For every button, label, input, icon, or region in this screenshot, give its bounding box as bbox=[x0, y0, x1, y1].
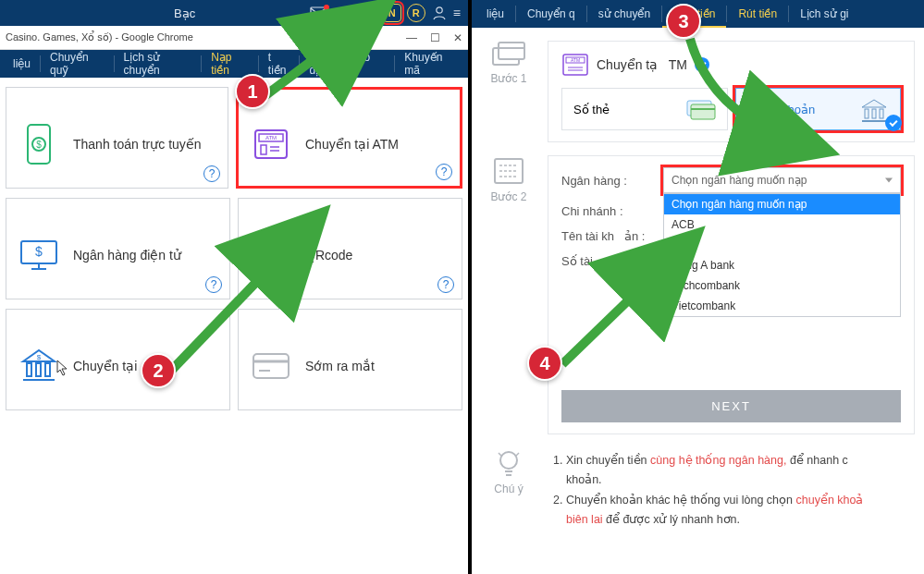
mail-icon[interactable] bbox=[310, 6, 326, 19]
nav-r-6[interactable]: Lịch sử gi bbox=[789, 6, 859, 22]
next-button[interactable]: NEXT bbox=[561, 390, 901, 422]
acct-name-label: Tên tài kh ản : bbox=[561, 229, 654, 243]
cards-stack-icon bbox=[491, 41, 526, 68]
nav-r-3[interactable]: sử chuyển bbox=[587, 6, 662, 22]
svg-rect-41 bbox=[880, 109, 883, 118]
svg-point-47 bbox=[500, 452, 517, 469]
nav-r-2[interactable]: Chuyển q bbox=[516, 6, 587, 22]
phone-dollar-icon: $ bbox=[18, 123, 60, 165]
circle-c[interactable]: C bbox=[359, 4, 377, 22]
help-icon[interactable]: ? bbox=[437, 276, 454, 293]
option-bidv[interactable]: BIDV bbox=[664, 235, 900, 255]
user-icon[interactable] bbox=[431, 5, 448, 21]
nav-item-6[interactable]: Lịch sử giao dịch bbox=[300, 55, 395, 72]
card-gray-icon bbox=[250, 345, 292, 387]
svg-rect-37 bbox=[691, 104, 715, 119]
card-qrcode[interactable]: QRcode ? bbox=[238, 198, 462, 299]
tab-account-number[interactable]: Số tài khoản bbox=[735, 88, 902, 130]
step-2: Bước 2 Ngân hàng : Chọn ngân hàng muốn n… bbox=[481, 155, 915, 434]
option-acb[interactable]: ACB bbox=[664, 214, 900, 235]
tier-label: Bạc bbox=[174, 6, 195, 20]
window-controls: — ☐ ✕ bbox=[406, 31, 462, 44]
notes-label: Chú ý bbox=[494, 482, 523, 495]
topbar-left: Bạc 0 ▼ C N R ≡ bbox=[0, 0, 468, 26]
step2-body: Ngân hàng : Chọn ngân hàng muốn nạp Chọn… bbox=[548, 155, 915, 434]
notif-count: 0 bbox=[332, 6, 339, 19]
bank-select[interactable]: Chọn ngân hàng muốn nạp bbox=[663, 167, 901, 193]
svg-text:$: $ bbox=[35, 244, 43, 259]
svg-text:ATM: ATM bbox=[571, 57, 580, 63]
circle-r[interactable]: R bbox=[407, 4, 425, 22]
svg-rect-20 bbox=[27, 363, 31, 376]
tab-card-number[interactable]: Số thẻ bbox=[561, 88, 728, 130]
svg-line-51 bbox=[516, 453, 519, 456]
help-icon[interactable]: ? bbox=[205, 276, 222, 293]
row-bank: Ngân hàng : Chọn ngân hàng muốn nạp Chọn… bbox=[561, 167, 901, 193]
maximize-icon[interactable]: ☐ bbox=[430, 31, 440, 44]
menu-icon[interactable]: ≡ bbox=[453, 6, 461, 20]
card-online-payment[interactable]: $ Thanh toán trực tuyến ? bbox=[6, 87, 228, 189]
chevron-down-icon[interactable]: ▼ bbox=[344, 8, 353, 18]
nav-item-7[interactable]: Khuyến mã bbox=[395, 55, 464, 72]
selected-check-icon bbox=[695, 57, 709, 72]
card-label: QRcode bbox=[305, 248, 352, 263]
option-donga[interactable]: Dong A bank bbox=[664, 255, 900, 275]
help-icon[interactable]: ? bbox=[203, 165, 220, 182]
tab-account-label: Số tài khoản bbox=[747, 103, 816, 116]
method-tabs: Số thẻ Số tài khoản bbox=[561, 88, 901, 130]
nav-item-1[interactable]: liệu bbox=[4, 55, 41, 72]
nav-item-2[interactable]: Chuyển quỹ bbox=[41, 55, 115, 72]
svg-rect-22 bbox=[45, 363, 50, 376]
card-atm-transfer[interactable]: ATM Chuyển tại ATM ? bbox=[236, 87, 462, 189]
step-1: Bước 1 ATM Chuyển tạ TM Số thẻ bbox=[481, 41, 915, 142]
option-placeholder[interactable]: Chọn ngân hàng muốn nạp bbox=[664, 194, 900, 214]
topbar-icons: 0 ▼ C N R ≡ bbox=[310, 4, 461, 22]
step2-label: Bước 2 bbox=[490, 190, 526, 203]
atm-icon: ATM bbox=[250, 123, 292, 165]
qr-icon bbox=[250, 234, 292, 276]
cursor-icon bbox=[56, 360, 69, 380]
step2-head: Bước 2 bbox=[481, 155, 536, 203]
svg-rect-8 bbox=[261, 145, 266, 154]
marker-2: 2 bbox=[141, 353, 176, 388]
nav-item-3[interactable]: Lịch sử chuyển bbox=[115, 55, 203, 72]
svg-text:$: $ bbox=[36, 140, 42, 150]
circle-n[interactable]: N bbox=[383, 4, 401, 22]
svg-rect-40 bbox=[872, 109, 876, 118]
note-1: Xin chuyển tiền cùng hệ thống ngân hàng,… bbox=[566, 451, 913, 491]
card-coming-soon: Sớm ra mắt bbox=[238, 309, 462, 410]
cards-area: $ Thanh toán trực tuyến ? ATM Chuyển tại… bbox=[0, 78, 468, 429]
bank-icon: $ bbox=[18, 345, 60, 387]
svg-rect-0 bbox=[311, 7, 326, 18]
svg-rect-25 bbox=[253, 354, 289, 378]
bulb-icon bbox=[493, 447, 524, 479]
nav-left: liệu Chuyển quỹ Lịch sử chuyển Nạp tiền … bbox=[0, 50, 468, 78]
monitor-dollar-icon: $ bbox=[18, 234, 60, 276]
steps: Bước 1 ATM Chuyển tạ TM Số thẻ bbox=[472, 28, 924, 546]
form-icon bbox=[491, 155, 526, 187]
card-ebanking[interactable]: $ Ngân hàng điện tử ? bbox=[6, 198, 230, 299]
card-label: Thanh toán trực tuyến bbox=[73, 137, 202, 152]
branch-label: Chi nhánh : bbox=[561, 204, 654, 218]
minimize-icon[interactable]: — bbox=[406, 31, 417, 44]
check-icon bbox=[885, 115, 902, 131]
option-vietcom[interactable]: Vietcombank bbox=[664, 296, 900, 316]
close-icon[interactable]: ✕ bbox=[453, 31, 462, 44]
credit-card-icon bbox=[686, 98, 716, 120]
step1-label: Bước 1 bbox=[490, 72, 526, 85]
svg-rect-29 bbox=[499, 43, 524, 59]
card-label: Chuyển tại ATM bbox=[305, 137, 399, 152]
nav-r-5[interactable]: Rút tiền bbox=[727, 6, 789, 22]
nav-r-1[interactable]: liệu bbox=[475, 6, 516, 22]
notes-head: Chú ý bbox=[481, 447, 536, 495]
nav-item-5[interactable]: t tiền bbox=[259, 55, 301, 72]
help-icon[interactable]: ? bbox=[436, 164, 452, 180]
svg-rect-39 bbox=[865, 109, 869, 118]
nav-item-4[interactable]: Nạp tiền bbox=[202, 55, 259, 72]
marker-3: 3 bbox=[666, 4, 701, 39]
window-title: Casino. Games, Xổ số) - Google Chrome bbox=[6, 31, 193, 43]
option-techcom[interactable]: Techcombank bbox=[664, 275, 900, 296]
svg-rect-18 bbox=[275, 259, 279, 263]
bank-label: Ngân hàng : bbox=[561, 174, 654, 188]
card-counter-transfer[interactable]: $ Chuyển tại quầy bbox=[6, 309, 230, 410]
